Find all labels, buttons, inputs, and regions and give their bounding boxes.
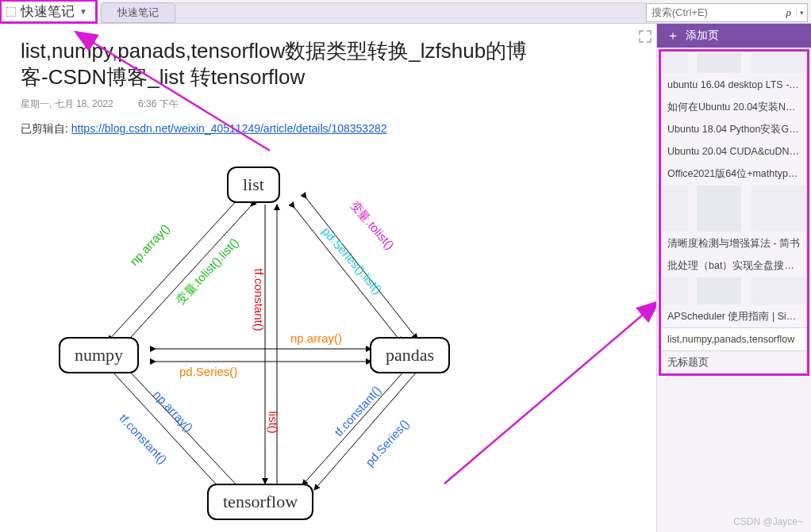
- tab-strip: [175, 2, 646, 23]
- lbl-tfconst-v: tf.constant(): [252, 269, 266, 331]
- svg-line-1: [124, 206, 251, 345]
- page-date: 星期一, 七月 18, 2022: [21, 98, 113, 109]
- watermark: CSDN @Jayce~: [733, 516, 803, 527]
- node-list: list: [227, 166, 280, 203]
- fullscreen-icon[interactable]: [639, 30, 651, 43]
- page-sidebar: ＋ 添加页 ubuntu 16.04 desktop LTS - Te如何在Ub…: [656, 24, 811, 532]
- page-list-item[interactable]: 批处理（bat）实现全盘搜索指定: [661, 255, 807, 277]
- page-list-item[interactable]: Ubuntu 20.04 CUDA&cuDNN安: [661, 140, 807, 163]
- page-list-item[interactable]: APScheduler 使用指南 | SinHub': [661, 305, 807, 327]
- search-dropdown-icon[interactable]: ▾: [796, 9, 807, 17]
- clip-link[interactable]: https://blog.csdn.net/weixin_40511249/ar…: [71, 122, 387, 135]
- node-pandas: pandas: [370, 337, 450, 373]
- page-list-item[interactable]: [661, 52, 807, 74]
- search-icon[interactable]: ρ: [782, 6, 796, 19]
- page-list-item[interactable]: Office2021版64位+mathtype6.: [661, 163, 807, 185]
- notebook-icon: [6, 7, 16, 17]
- page-meta: 星期一, 七月 18, 2022 6:36 下午: [21, 98, 636, 111]
- lbl-list-v: list(): [267, 411, 280, 434]
- page-list-item[interactable]: 如何在Ubuntu 20.04安装NoteP: [661, 96, 807, 118]
- page-list-item[interactable]: [661, 277, 807, 305]
- page-list-item[interactable]: Ubuntu 18.04 Python安装GDAL: [661, 118, 807, 140]
- page-list-item[interactable]: [661, 185, 807, 232]
- page-list-item[interactable]: list,numpy,panads,tensorflow: [661, 327, 807, 351]
- svg-line-3: [294, 208, 402, 343]
- page-list-item[interactable]: 清晰度检测与增强算法 - 简书: [661, 232, 807, 255]
- svg-line-11: [302, 369, 406, 485]
- node-numpy: numpy: [59, 337, 139, 373]
- top-bar: 快速笔记 ▼ 快速笔记 ρ▾: [0, 0, 811, 24]
- add-page-button[interactable]: ＋ 添加页: [657, 24, 811, 48]
- lbl-pdseries-mid: pd.Series(): [179, 365, 237, 378]
- lbl-nparray-mid: np.array(): [290, 331, 342, 345]
- page-title[interactable]: list,numpy,panads,tensorflow数据类型转换_lzfsh…: [21, 38, 536, 90]
- page-list-item[interactable]: ubuntu 16.04 desktop LTS - Te: [661, 74, 807, 96]
- search-input[interactable]: [647, 6, 782, 18]
- clip-source: 已剪辑自: https://blog.csdn.net/weixin_40511…: [21, 122, 636, 136]
- notebook-name: 快速笔记: [21, 2, 75, 21]
- page-list-item[interactable]: 无标题页: [661, 351, 807, 373]
- section-tab[interactable]: 快速笔记: [101, 2, 175, 23]
- node-tensorflow: tensorflow: [207, 484, 313, 520]
- page-list: ubuntu 16.04 desktop LTS - Te如何在Ubuntu 2…: [659, 49, 809, 376]
- chevron-down-icon: ▼: [79, 7, 87, 16]
- plus-icon: ＋: [667, 28, 679, 44]
- page-canvas: list,numpy,panads,tensorflow数据类型转换_lzfsh…: [0, 24, 656, 532]
- notebook-dropdown[interactable]: 快速笔记 ▼: [0, 0, 98, 24]
- page-time: 6:36 下午: [138, 98, 179, 109]
- diagram: list numpy pandas tensorflow np.array() …: [44, 159, 489, 531]
- search-box[interactable]: ρ▾: [646, 3, 808, 22]
